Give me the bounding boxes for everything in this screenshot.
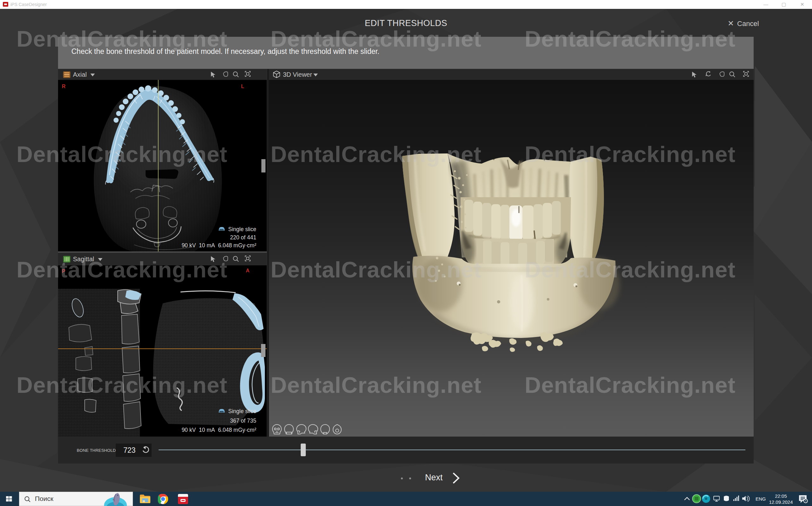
svg-text:90 kV 10 mA 6.048 mGy·cm²: 90 kV 10 mA 6.048 mGy·cm² [182,427,257,433]
svg-text:220 of 441: 220 of 441 [230,234,256,241]
svg-text:12.09.2024: 12.09.2024 [769,499,793,505]
svg-text:22:05: 22:05 [775,493,787,499]
svg-text:90 kV 10 mA 6.048 mGy·cm²: 90 kV 10 mA 6.048 mGy·cm² [182,242,257,249]
svg-text:Single slice: Single slice [228,226,256,232]
svg-text:367 of 735: 367 of 735 [230,418,256,424]
svg-text:ENG: ENG [755,496,766,502]
svg-text:R: R [62,84,66,89]
svg-text:Single slice: Single slice [228,408,256,414]
svg-text:A: A [246,268,250,273]
svg-text:L: L [241,84,244,89]
svg-text:3D Viewer: 3D Viewer [283,71,312,78]
svg-text:Axial: Axial [73,71,87,78]
